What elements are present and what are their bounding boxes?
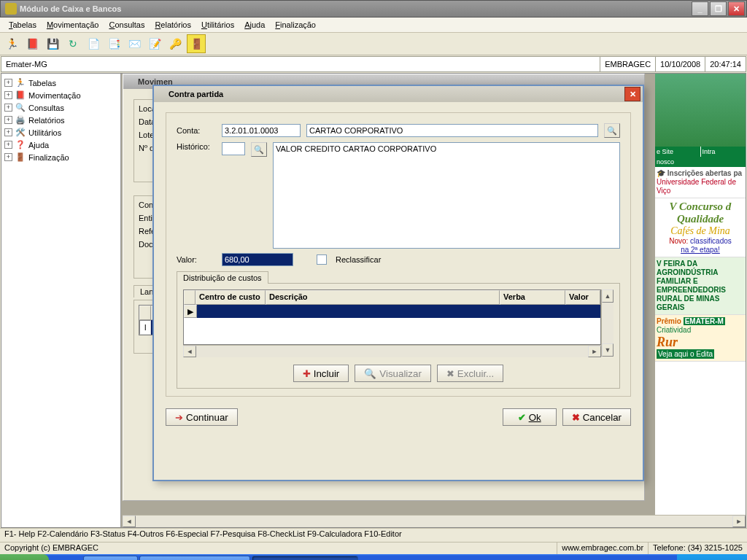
statusbar: F1- Help F2-Calendário F3-Status F4-Outr… (0, 528, 747, 542)
historico-text[interactable]: VALOR CREDITO CARTAO CORPORATIVO (273, 142, 620, 249)
excluir-button[interactable]: ✖Excluir... (437, 365, 503, 382)
scroll-right-icon[interactable]: ► (588, 346, 601, 357)
footer: Copyright (c) EMBRAGEC www.embragec.com.… (0, 542, 747, 554)
menu-finalizacao[interactable]: Finalização (271, 19, 320, 31)
historico-lookup-button[interactable]: 🔍 (251, 142, 267, 157)
tool-edit-icon[interactable]: 📝 (146, 35, 163, 52)
label-historico: Histórico: (177, 142, 216, 151)
grid-h-scrollbar[interactable]: ◄ ► (183, 345, 601, 357)
close-button[interactable]: ✕ (728, 1, 745, 16)
reclassificar-checkbox[interactable] (317, 254, 327, 265)
menu-ajuda[interactable]: Ajuda (240, 19, 269, 31)
restore-button[interactable]: ❐ (710, 1, 727, 16)
scroll-up-icon[interactable]: ▲ (602, 289, 614, 303)
conta-lookup-button[interactable]: 🔍 (604, 123, 620, 138)
menu-utilitarios[interactable]: Utilitários (197, 19, 239, 31)
scroll-left-icon[interactable]: ◄ (183, 346, 196, 357)
tool-refresh-icon[interactable]: ↻ (64, 35, 82, 52)
cancelar-button[interactable]: ✖ Cancelar (562, 408, 631, 426)
valor-input[interactable] (222, 253, 293, 266)
infobar-time: 20:47:14 (705, 57, 746, 71)
tree-item[interactable]: +🏃Tabelas (4, 77, 117, 89)
conta-desc-input[interactable] (306, 124, 598, 137)
tree-item[interactable]: +❓Ajuda (4, 139, 117, 151)
edit-row-icon: I (139, 320, 151, 335)
tool-mail-icon[interactable]: ✉️ (125, 35, 143, 52)
toolbar: 🏃 📕 💾 ↻ 📄 📑 ✉️ 📝 🔑 🚪 (0, 33, 747, 55)
label-reclassificar: Reclassificar (336, 255, 381, 264)
tree-item[interactable]: +🖨️Relatórios (4, 114, 117, 126)
task-button-active[interactable]: Uranus Caixa e Bancos (252, 556, 358, 560)
historico-code-input[interactable] (222, 142, 245, 155)
tool-exit-icon[interactable]: 🚪 (187, 34, 206, 53)
nav-tree[interactable]: +🏃Tabelas +📕Movimentação +🔍Consultas +🖨️… (1, 74, 121, 527)
tree-item[interactable]: +📕Movimentação (4, 89, 117, 101)
menubar: Tabelas Movimentação Consultas Relatório… (0, 18, 747, 33)
tool-book-icon[interactable]: 📕 (23, 35, 41, 52)
ad-item[interactable]: V Concurso d Qualidade Cafés de Mina Nov… (655, 198, 746, 257)
tree-item[interactable]: +🛠️Utilitários (4, 126, 117, 139)
label-conta: Conta: (177, 126, 216, 135)
menu-movimentacao[interactable]: Movimentação (42, 19, 104, 31)
copyright: Copyright (c) EMBRAGEC (0, 542, 557, 554)
scroll-left-icon[interactable]: ◄ (123, 516, 136, 527)
continuar-button[interactable]: ➔ Continuar (166, 408, 238, 426)
tool-doc-icon[interactable]: 📄 (85, 35, 102, 52)
infobar-location: Emater-MG (1, 60, 600, 69)
ok-button[interactable]: ✔ Ok (503, 408, 557, 426)
incluir-button[interactable]: ✚Incluir (293, 365, 349, 382)
site-label: www.embragec.com.br (557, 542, 648, 554)
row-pointer-icon: ▶ (184, 305, 197, 318)
intra-link[interactable]: Intra (700, 147, 746, 157)
menu-relatorios[interactable]: Relatórios (150, 19, 196, 31)
task-button[interactable]: 📁C:\Backup\Uranus\Caixa (139, 556, 250, 560)
infobar-date: 10/10/2008 (655, 57, 705, 71)
modal-icon (156, 89, 166, 99)
infobar-company: EMBRAGEC (600, 57, 655, 71)
app-titlebar: Módulo de Caixa e Bancos _ ❐ ✕ (0, 0, 747, 18)
telefone-label: Telefone: (34) 3215-1025 (648, 542, 747, 554)
taskbar: ⊞ Iniciar 🌐 🦊 🗔IB Expert 📁C:\Backup\Uran… (0, 554, 747, 560)
visualizar-button[interactable]: 🔍Visualizar (355, 365, 431, 382)
tab-distribuicao[interactable]: Distribuição de custos (177, 271, 268, 284)
app-title: Módulo de Caixa e Bancos (20, 4, 692, 13)
tool-save-icon[interactable]: 💾 (44, 35, 61, 52)
tree-item[interactable]: +🚪Finalização (4, 151, 117, 163)
modal-titlebar: Contra partida ✕ (154, 86, 643, 102)
grid-header: Centro de custo Descrição Verba Valor (184, 290, 600, 305)
h-scrollbar[interactable]: ◄ ► (123, 515, 746, 527)
task-button[interactable]: 🗔IB Expert (83, 556, 137, 560)
ad-item[interactable]: Prêmio EMATER-M Criatividad Rur Veja aqu… (655, 315, 746, 362)
infobar: Emater-MG EMBRAGEC 10/10/2008 20:47:14 (1, 56, 746, 72)
conta-code-input[interactable] (222, 124, 301, 137)
menu-consultas[interactable]: Consultas (104, 19, 149, 31)
tool-key-icon[interactable]: 🔑 (166, 35, 184, 52)
web-sidebar: e Site Intra nosco 🎓 Inscrições abertas … (655, 74, 746, 527)
contra-partida-modal: Contra partida ✕ Conta: 🔍 Histórico: 🔍 V… (152, 85, 644, 481)
scroll-down-icon[interactable]: ▼ (602, 343, 614, 357)
arrow-right-icon: ➔ (175, 412, 183, 423)
grid-row[interactable]: ▶ (184, 305, 600, 318)
menu-tabelas[interactable]: Tabelas (4, 19, 41, 31)
start-button[interactable]: ⊞ Iniciar (0, 554, 49, 560)
tree-item[interactable]: +🔍Consultas (4, 101, 117, 114)
app-icon (5, 3, 17, 15)
tool-copy-icon[interactable]: 📑 (105, 35, 123, 52)
x-icon: ✖ (572, 412, 580, 423)
tool-run-icon[interactable]: 🏃 (3, 35, 20, 52)
site-link[interactable]: e Site (655, 147, 700, 157)
ad-item[interactable]: 🎓 Inscrições abertas pa Universidade Fed… (655, 167, 746, 198)
system-tray[interactable]: « 🛡️ 📶 20:47 (677, 554, 747, 560)
scroll-right-icon[interactable]: ► (732, 516, 746, 527)
grid-v-scrollbar[interactable]: ▲ ▼ (601, 289, 614, 357)
modal-close-button[interactable]: ✕ (624, 87, 640, 101)
ad-item[interactable]: V FEIRA DA AGROINDÚSTRIA FAMILIAR E EMPR… (655, 257, 746, 315)
label-valor: Valor: (177, 255, 216, 264)
modal-title: Contra partida (169, 90, 223, 98)
minimize-button[interactable]: _ (692, 1, 708, 16)
check-icon: ✔ (518, 412, 526, 423)
